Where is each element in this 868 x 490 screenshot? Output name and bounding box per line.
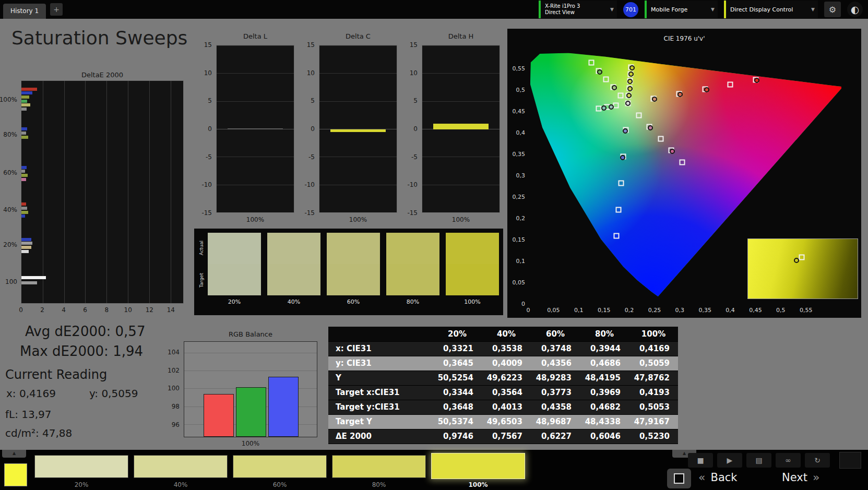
bottom-swatch-80[interactable] bbox=[332, 455, 426, 478]
cie-measurement-marker bbox=[670, 149, 675, 154]
gridline bbox=[319, 45, 397, 46]
cie-target-marker bbox=[616, 207, 622, 212]
bottom-swatch-label: 100% bbox=[431, 481, 525, 488]
cell-value: 48,9687 bbox=[531, 414, 580, 429]
infinity-icon: ∞ bbox=[785, 456, 791, 464]
row-label: x: CIE31 bbox=[328, 341, 433, 356]
deltae-bar bbox=[21, 174, 28, 177]
cie-measurement-marker bbox=[627, 79, 633, 84]
chart-title: Delta H bbox=[422, 32, 500, 40]
y-tick-label: 104 bbox=[168, 349, 180, 356]
actual-swatch bbox=[327, 233, 380, 264]
deltae-bar bbox=[21, 211, 28, 214]
y-tick-label: 0,55 bbox=[513, 65, 526, 72]
cell-value: 0,4358 bbox=[531, 400, 580, 414]
continuous-mode-button[interactable]: ∞ bbox=[776, 453, 801, 468]
deltae-chart-title: DeltaE 2000 bbox=[21, 71, 184, 79]
x-tick-label: 0,35 bbox=[698, 307, 711, 314]
gridline bbox=[217, 101, 294, 102]
delta-value-bar bbox=[433, 124, 489, 129]
y-tick-label: 0 bbox=[311, 125, 315, 133]
cell-value: 0,3648 bbox=[433, 400, 482, 414]
display-control-dropdown[interactable]: Direct Display Control ▼ bbox=[724, 1, 818, 18]
settings-button[interactable]: ⚙ bbox=[824, 2, 841, 17]
x-tick-label: 2 bbox=[40, 306, 44, 314]
meter-name: X-Rite i1Pro 3 bbox=[545, 3, 604, 9]
save-button[interactable]: ▤ bbox=[746, 453, 771, 468]
x-tick-label: 4 bbox=[62, 306, 66, 314]
cell-value: 0,4193 bbox=[629, 385, 678, 400]
stop-button[interactable]: ■ bbox=[688, 453, 713, 468]
source-selector-dropdown[interactable]: Mobile Forge ▼ bbox=[645, 1, 718, 18]
target-swatch bbox=[327, 264, 380, 295]
cie-measurement-marker bbox=[648, 125, 653, 130]
y-tick-label: 60% bbox=[3, 169, 17, 176]
bottom-swatch-60[interactable] bbox=[233, 455, 327, 478]
next-button[interactable]: Next » bbox=[782, 471, 819, 484]
gridline bbox=[217, 157, 294, 157]
next-label: Next bbox=[782, 471, 807, 484]
add-tab-button[interactable]: + bbox=[50, 3, 63, 16]
x-axis-label: 100% bbox=[422, 216, 500, 223]
topbar: History 1 + X-Rite i1Pro 3 Direct View ▼… bbox=[0, 0, 868, 19]
chart-plot bbox=[422, 45, 500, 213]
delta-chart-delta-l: Delta L151050-5-10-15100% bbox=[192, 31, 295, 225]
actual-swatch bbox=[446, 233, 499, 264]
calibration-app: History 1 + X-Rite i1Pro 3 Direct View ▼… bbox=[0, 0, 868, 490]
x-axis-label: 100% bbox=[216, 216, 294, 223]
bottom-swatch-40[interactable] bbox=[134, 455, 228, 478]
deltae-bar bbox=[21, 250, 29, 253]
cie-measurement-marker bbox=[601, 105, 607, 111]
row-label: Target y:CIE31 bbox=[328, 400, 433, 414]
actual-target-swatch-panel: Actual Target 20%40%60%80%100% bbox=[194, 229, 503, 315]
y-tick-label: 96 bbox=[172, 421, 180, 428]
y-tick-label: 15 bbox=[410, 41, 418, 49]
actual-swatch bbox=[267, 233, 320, 264]
bottom-swatch-20[interactable] bbox=[34, 455, 128, 478]
tab-history-1[interactable]: History 1 bbox=[3, 4, 46, 19]
gridline bbox=[422, 157, 500, 157]
deltae-bar bbox=[21, 127, 27, 130]
table-row: Target Y50,537449,650348,968748,433847,9… bbox=[328, 414, 678, 429]
rgb-balance-plot bbox=[184, 341, 317, 437]
bottom-swatch-100[interactable] bbox=[431, 453, 525, 479]
meter-selector-dropdown[interactable]: X-Rite i1Pro 3 Direct View ▼ bbox=[539, 1, 617, 18]
cie-measurement-marker bbox=[609, 104, 614, 110]
cie-target-marker bbox=[603, 76, 609, 82]
cie-measurement-marker bbox=[629, 65, 635, 70]
chevron-down-icon: ▼ bbox=[711, 7, 715, 12]
cell-value: 0,5053 bbox=[629, 400, 678, 414]
x-tick-label: 0 bbox=[19, 306, 23, 314]
cie-target-marker bbox=[618, 92, 624, 98]
theme-toggle-button[interactable]: ◐ bbox=[847, 2, 863, 17]
refresh-button[interactable]: ↻ bbox=[805, 453, 830, 468]
deltae-bar bbox=[21, 276, 46, 279]
gridline bbox=[319, 185, 397, 185]
play-button[interactable]: ▶ bbox=[717, 453, 742, 468]
bottom-swatch-label: 60% bbox=[233, 481, 327, 488]
x-axis-label: 100% bbox=[319, 216, 397, 223]
gridline bbox=[128, 81, 128, 303]
delta-value-bar bbox=[228, 128, 283, 130]
gridline bbox=[149, 81, 150, 303]
chart-title: Delta C bbox=[319, 32, 397, 40]
current-reading-heading: Current Reading bbox=[5, 367, 187, 382]
display-control-name: Direct Display Control bbox=[730, 6, 805, 13]
fl-reading: fL: 13,97 bbox=[5, 408, 187, 421]
cell-value: 0,3969 bbox=[580, 385, 629, 400]
measurement-count-badge[interactable]: 701 bbox=[623, 2, 638, 17]
cell-value: 48,4195 bbox=[580, 371, 629, 385]
x-tick-label: 12 bbox=[146, 306, 153, 314]
y-tick-label: 10 bbox=[204, 69, 212, 77]
deltae-bar bbox=[21, 281, 37, 284]
x-reading: x: 0,4169 bbox=[6, 387, 56, 400]
screen-blank-button[interactable] bbox=[667, 469, 691, 488]
deltae-bar bbox=[21, 207, 27, 210]
page-title: Saturation Sweeps bbox=[11, 27, 187, 49]
cell-value: 0,7567 bbox=[482, 429, 531, 444]
deltae-bar bbox=[21, 132, 26, 135]
back-button[interactable]: « Back bbox=[698, 471, 737, 484]
rgb-bar-green bbox=[236, 387, 266, 437]
cie-chart-panel: CIE 1976 u'v' bbox=[507, 29, 861, 318]
x-tick-label: 14 bbox=[167, 306, 175, 314]
